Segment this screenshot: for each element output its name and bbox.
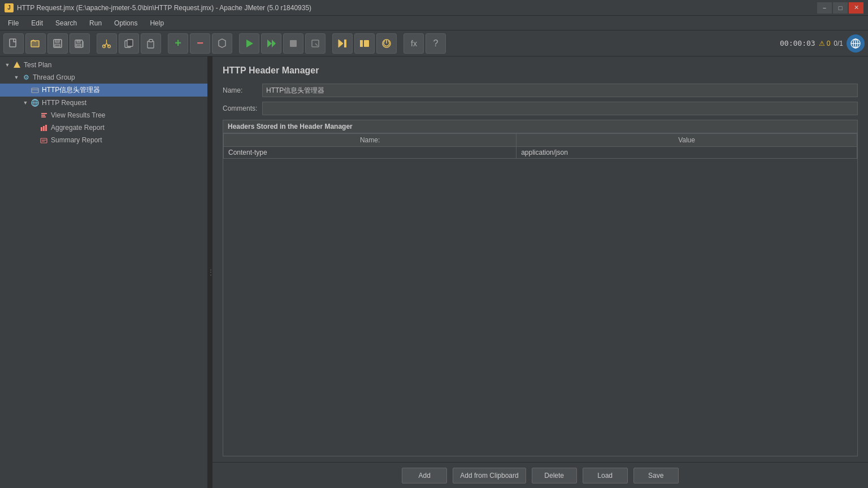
remote-engine-icon	[847, 34, 865, 53]
main-layout: ▼ Test Plan ▼ ⚙ Thread Group HTTP信息头	[0, 56, 868, 488]
menu-edit[interactable]: Edit	[25, 18, 49, 29]
svg-rect-24	[344, 40, 346, 47]
minimize-button[interactable]: −	[817, 2, 832, 14]
start-button[interactable]	[239, 33, 259, 54]
save-button[interactable]	[47, 33, 68, 54]
title-bar: J HTTP Request.jmx (E:\apache-jmeter-5.0…	[0, 0, 868, 16]
sidebar-item-test-plan[interactable]: ▼ Test Plan	[0, 59, 207, 71]
sidebar-label-test-plan: Test Plan	[24, 61, 51, 69]
thread-group-icon: ⚙	[21, 73, 31, 82]
menu-help[interactable]: Help	[144, 18, 170, 29]
remote-shutdown-button[interactable]	[376, 33, 397, 54]
sidebar-item-http-header-manager[interactable]: HTTP信息头管理器	[0, 84, 207, 97]
aggregate-report-icon	[40, 123, 49, 132]
row-name: Content-type	[224, 147, 517, 159]
add-button[interactable]: Add	[402, 468, 447, 483]
svg-rect-3	[55, 40, 59, 42]
test-plan-icon	[12, 60, 21, 69]
sidebar-item-http-request[interactable]: ▼ HTTP Request	[0, 97, 207, 109]
svg-rect-25	[360, 40, 363, 47]
summary-report-icon	[40, 136, 49, 145]
sidebar-item-aggregate-report[interactable]: Aggregate Report	[0, 121, 207, 134]
window-controls: − □ ✕	[817, 2, 863, 14]
svg-marker-17	[246, 40, 253, 47]
start-no-pauses-button[interactable]	[261, 33, 281, 54]
svg-rect-7	[76, 44, 81, 46]
open-button[interactable]	[25, 33, 46, 54]
stop-button[interactable]	[283, 33, 303, 54]
close-button[interactable]: ✕	[849, 2, 863, 14]
sidebar-label-aggregate-report: Aggregate Report	[51, 124, 105, 132]
svg-rect-0	[10, 39, 16, 47]
cut-button[interactable]	[97, 33, 117, 54]
toggle-button[interactable]	[212, 33, 232, 54]
headers-table: Name: Value Content-typeapplication/json	[223, 133, 857, 159]
comments-input[interactable]	[262, 102, 858, 115]
col-header-name: Name:	[224, 134, 517, 147]
svg-marker-18	[267, 40, 272, 47]
menu-bar: File Edit Search Run Options Help	[0, 16, 868, 30]
remove-toolbar-button[interactable]: −	[190, 33, 210, 54]
svg-rect-4	[55, 44, 60, 47]
add-from-clipboard-button[interactable]: Add from Clipboard	[453, 468, 526, 483]
panel-title: HTTP Header Manager	[223, 66, 858, 76]
run-ratio: 0/1	[834, 40, 843, 47]
shutdown-button[interactable]	[305, 33, 326, 54]
warning-indicator: ⚠ 0	[819, 40, 831, 47]
test-tree-sidebar: ▼ Test Plan ▼ ⚙ Thread Group HTTP信息头	[0, 56, 209, 488]
svg-rect-46	[41, 138, 47, 143]
svg-rect-34	[32, 88, 38, 93]
svg-rect-26	[364, 40, 369, 47]
maximize-button[interactable]: □	[833, 2, 848, 14]
tree-arrow-summary	[31, 136, 38, 144]
sidebar-label-summary-report: Summary Report	[51, 136, 102, 144]
tree-arrow-http-request: ▼	[21, 99, 29, 107]
paste-button[interactable]	[141, 33, 161, 54]
tree-arrow-results-tree	[31, 111, 38, 119]
svg-rect-44	[43, 126, 45, 131]
name-input[interactable]	[262, 84, 858, 97]
delete-button[interactable]: Delete	[532, 468, 577, 483]
svg-line-22	[315, 43, 318, 46]
remote-start-button[interactable]	[332, 33, 353, 54]
warning-icon: ⚠	[819, 40, 825, 47]
remote-stop-button[interactable]	[354, 33, 375, 54]
svg-marker-33	[14, 62, 20, 68]
table-row[interactable]: Content-typeapplication/json	[224, 147, 857, 159]
svg-rect-14	[127, 40, 133, 46]
menu-search[interactable]: Search	[50, 18, 83, 29]
menu-file[interactable]: File	[2, 18, 24, 29]
sidebar-label-http-request: HTTP Request	[42, 99, 86, 107]
row-value: application/json	[517, 147, 857, 159]
sidebar-item-thread-group[interactable]: ▼ ⚙ Thread Group	[0, 71, 207, 84]
comments-field-row: Comments:	[223, 102, 858, 115]
menu-options[interactable]: Options	[108, 18, 143, 29]
function-helper-button[interactable]: fx	[403, 33, 424, 54]
save-all-button[interactable]	[70, 33, 90, 54]
sidebar-item-view-results-tree[interactable]: View Results Tree	[0, 109, 207, 121]
comments-label: Comments:	[223, 104, 262, 112]
add-toolbar-button[interactable]: +	[168, 33, 188, 54]
help-button[interactable]: ?	[426, 33, 446, 54]
window-title: HTTP Request.jmx (E:\apache-jmeter-5.0\b…	[17, 4, 817, 12]
new-button[interactable]	[3, 33, 24, 54]
sidebar-item-summary-report[interactable]: Summary Report	[0, 134, 207, 146]
load-button[interactable]: Load	[583, 468, 628, 483]
svg-rect-16	[149, 40, 153, 42]
http-request-icon	[31, 98, 40, 107]
menu-run[interactable]: Run	[84, 18, 107, 29]
save-file-button[interactable]: Save	[633, 468, 679, 483]
svg-rect-45	[45, 125, 47, 131]
copy-button[interactable]	[119, 33, 139, 54]
headers-table-container: Name: Value Content-typeapplication/json	[223, 133, 857, 456]
header-manager-icon	[31, 86, 40, 95]
section-title: Headers Stored in the Header Manager	[223, 120, 857, 133]
headers-section: Headers Stored in the Header Manager Nam…	[223, 120, 858, 456]
svg-rect-20	[290, 40, 297, 47]
sidebar-label-thread-group: Thread Group	[33, 73, 75, 81]
svg-marker-19	[272, 40, 276, 47]
svg-text:fx: fx	[411, 39, 417, 48]
app-icon: J	[5, 3, 14, 12]
warning-count: 0	[827, 40, 831, 47]
tree-arrow-thread-group: ▼	[12, 73, 20, 81]
